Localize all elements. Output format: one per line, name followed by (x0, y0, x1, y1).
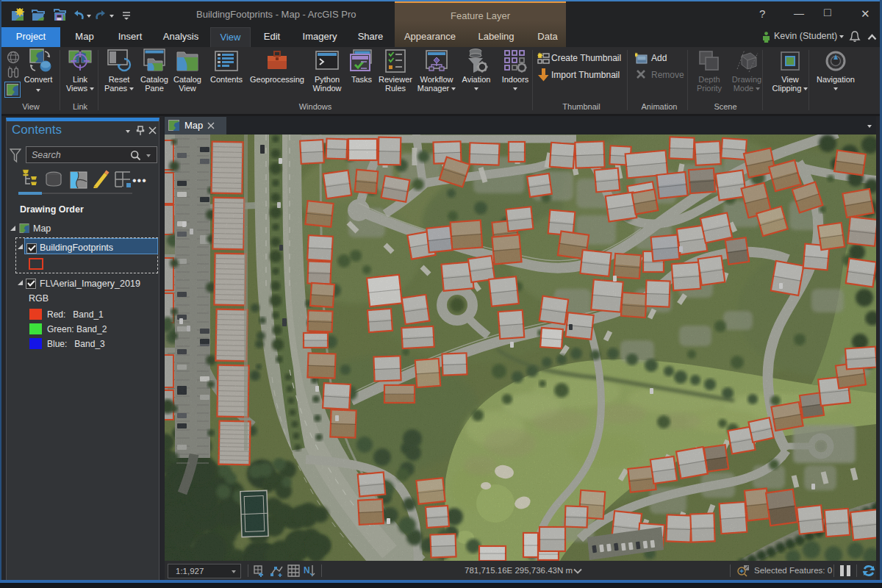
svg-text:N: N (304, 565, 310, 576)
